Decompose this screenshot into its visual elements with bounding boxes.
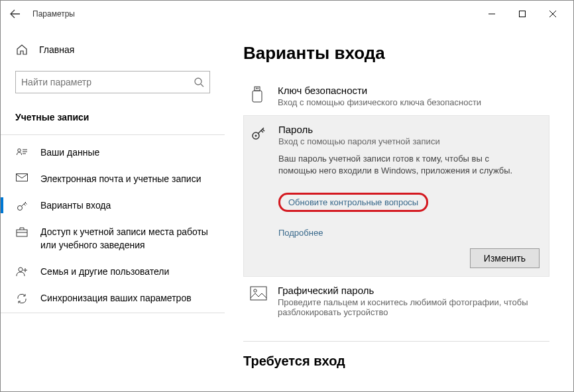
svg-point-2 xyxy=(18,149,21,152)
minimize-button[interactable] xyxy=(477,3,507,24)
sidebar-item-label: Доступ к учетной записи места работы или… xyxy=(40,225,210,252)
sync-icon xyxy=(15,293,29,305)
sidebar-item-sync[interactable]: Синхронизация ваших параметров xyxy=(15,285,210,311)
search-icon xyxy=(194,77,204,87)
sidebar-section-label: Учетные записи xyxy=(15,108,210,126)
briefcase-icon xyxy=(15,226,29,237)
option-title: Ключ безопасности xyxy=(278,85,481,96)
sidebar-item-signin-options[interactable]: Варианты входа xyxy=(15,192,210,219)
sidebar-home-label: Главная xyxy=(39,44,74,55)
svg-point-12 xyxy=(255,135,257,137)
search-input[interactable] xyxy=(21,77,194,87)
option-subtitle: Вход с помощью физического ключа безопас… xyxy=(278,97,481,107)
maximize-icon xyxy=(519,11,526,17)
section-heading: Требуется вход xyxy=(243,341,549,369)
svg-rect-8 xyxy=(253,91,262,102)
mail-icon xyxy=(15,173,29,181)
svg-point-4 xyxy=(18,206,23,211)
usb-key-icon xyxy=(250,86,268,103)
link-update-security-questions[interactable]: Обновите контрольные вопросы xyxy=(278,193,428,212)
svg-rect-0 xyxy=(520,11,526,17)
maximize-button[interactable] xyxy=(507,3,538,24)
minimize-icon xyxy=(488,11,495,17)
close-icon xyxy=(549,11,556,17)
sidebar-item-email[interactable]: Электронная почта и учетные записи xyxy=(15,166,210,192)
divider xyxy=(1,134,225,135)
change-button[interactable]: Изменить xyxy=(470,248,540,268)
key-icon xyxy=(251,125,269,141)
content: Варианты входа Ключ безопасности Вход с … xyxy=(225,27,573,391)
svg-point-6 xyxy=(19,268,23,271)
option-subtitle: Проведите пальцем и коснитесь любимой фо… xyxy=(278,297,543,317)
titlebar: Параметры xyxy=(1,1,573,27)
back-button[interactable] xyxy=(6,5,25,23)
option-subtitle: Вход с помощью пароля учетной записи xyxy=(278,136,440,146)
arrow-left-icon xyxy=(10,9,21,19)
sidebar-item-label: Варианты входа xyxy=(40,199,111,212)
svg-rect-5 xyxy=(17,230,27,236)
svg-rect-3 xyxy=(17,174,28,181)
svg-rect-7 xyxy=(255,87,260,91)
sidebar: Главная Учетные записи Ваши данные xyxy=(1,27,225,391)
sidebar-item-your-info[interactable]: Ваши данные xyxy=(15,139,210,166)
link-learn-more[interactable]: Подробнее xyxy=(278,228,323,238)
divider xyxy=(1,313,225,313)
option-password[interactable]: Пароль Вход с помощью пароля учетной зап… xyxy=(243,115,549,277)
option-description: Ваш пароль учетной записи готов к тому, … xyxy=(278,153,517,177)
sidebar-item-label: Синхронизация ваших параметров xyxy=(40,291,192,305)
svg-point-1 xyxy=(195,78,201,85)
option-picture-password[interactable]: Графический пароль Проведите пальцем и к… xyxy=(243,277,549,325)
window-title: Параметры xyxy=(32,9,75,19)
sidebar-home[interactable]: Главная xyxy=(15,36,210,63)
key-icon xyxy=(15,200,29,212)
add-user-icon xyxy=(15,266,29,277)
sidebar-item-family[interactable]: Семья и другие пользователи xyxy=(15,258,210,285)
svg-rect-9 xyxy=(256,88,257,89)
option-title: Пароль xyxy=(278,124,440,135)
svg-rect-10 xyxy=(258,88,259,89)
sidebar-item-label: Семья и другие пользователи xyxy=(40,265,169,278)
sidebar-item-work-access[interactable]: Доступ к учетной записи места работы или… xyxy=(15,219,210,258)
option-title: Графический пароль xyxy=(278,285,543,296)
search-input-wrapper[interactable] xyxy=(15,71,210,93)
svg-rect-13 xyxy=(251,287,266,300)
svg-point-14 xyxy=(254,289,257,292)
page-title: Варианты входа xyxy=(243,43,549,64)
close-button[interactable] xyxy=(538,3,568,24)
sidebar-item-label: Ваши данные xyxy=(40,146,99,159)
option-security-key[interactable]: Ключ безопасности Вход с помощью физичес… xyxy=(243,77,549,115)
home-icon xyxy=(15,44,29,56)
person-card-icon xyxy=(15,147,29,156)
picture-icon xyxy=(250,286,268,301)
sidebar-item-label: Электронная почта и учетные записи xyxy=(40,172,201,185)
